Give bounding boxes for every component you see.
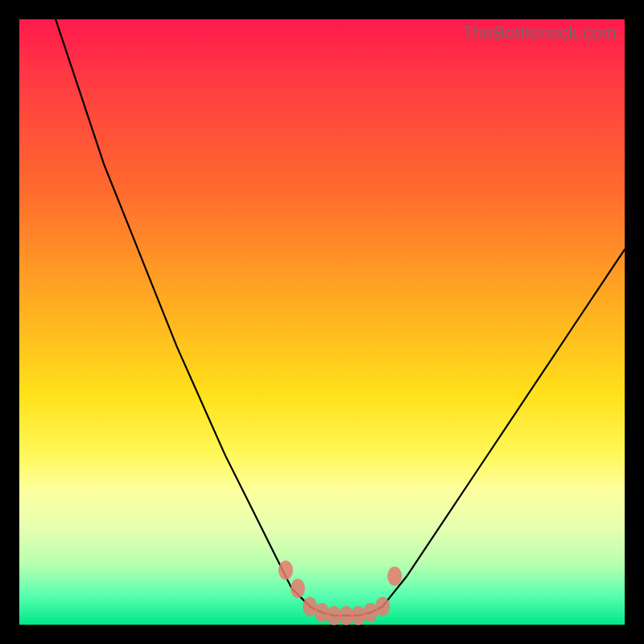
- chart-plot-area: TheBottleneck.com: [19, 19, 625, 625]
- curve-left-branch: [56, 19, 310, 606]
- marker-point: [279, 560, 293, 580]
- marker-point: [351, 606, 365, 625]
- marker-group: [279, 560, 402, 625]
- marker-point: [291, 579, 305, 598]
- marker-point: [315, 603, 329, 622]
- curve-right-branch: [382, 250, 625, 607]
- marker-point: [387, 567, 402, 586]
- marker-point: [375, 597, 390, 616]
- curve-svg: [19, 19, 625, 625]
